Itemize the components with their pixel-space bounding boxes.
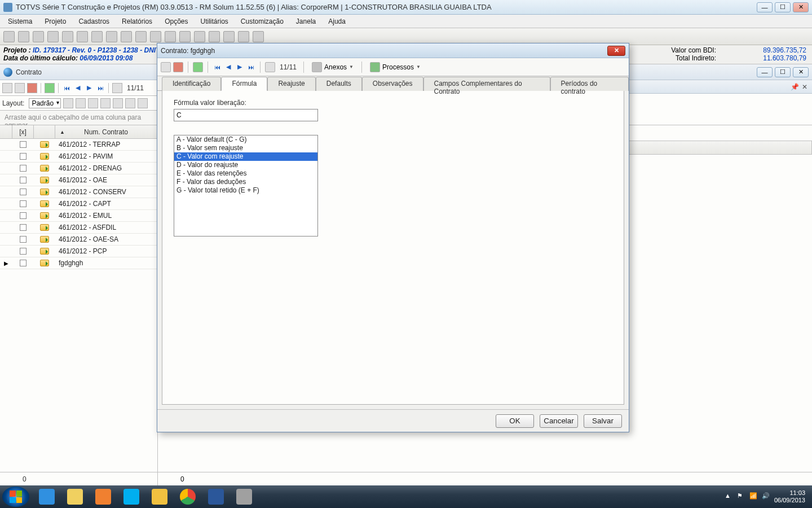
task-skype-icon[interactable] xyxy=(118,487,144,506)
tab-periodos[interactable]: Períodos do contrato xyxy=(550,77,629,91)
toolbar-icon[interactable] xyxy=(238,31,249,42)
task-explorer-icon[interactable] xyxy=(62,487,88,506)
row-checkbox[interactable] xyxy=(20,248,27,255)
row-checkbox[interactable] xyxy=(20,177,27,183)
tray-up-icon[interactable]: ▲ xyxy=(725,492,734,501)
table-row[interactable]: 461/2012 - DRENAG xyxy=(0,163,157,174)
formula-listbox[interactable]: A - Valor default (C - G)B - Valor sem r… xyxy=(174,135,318,237)
ok-button[interactable]: OK xyxy=(496,414,534,428)
row-checkbox[interactable] xyxy=(20,189,27,195)
dlg-nav-first-icon[interactable]: ⏮ xyxy=(213,63,222,72)
layout-icon[interactable] xyxy=(76,98,86,108)
start-button[interactable] xyxy=(2,487,29,507)
nav-next-icon[interactable]: ▶ xyxy=(85,84,94,93)
toolbar-icon[interactable] xyxy=(47,31,59,42)
toolbar-icon[interactable] xyxy=(150,31,161,42)
toolbar-icon[interactable] xyxy=(165,31,176,42)
task-word-icon[interactable] xyxy=(203,487,229,506)
toolbar-icon[interactable] xyxy=(121,31,132,42)
row-checkbox[interactable] xyxy=(20,236,27,243)
toolbar-icon[interactable] xyxy=(91,31,103,42)
toolbar-icon[interactable] xyxy=(223,31,235,42)
processos-button[interactable]: Processos ▼ xyxy=(367,61,424,73)
table-row[interactable]: 461/2012 - CONSERV xyxy=(0,186,157,198)
table-row[interactable]: 461/2012 - OAE-SA xyxy=(0,234,157,246)
table-row[interactable]: 461/2012 - PCP xyxy=(0,246,157,257)
tab-identificacao[interactable]: Identificação xyxy=(162,77,221,91)
menu-sistema[interactable]: Sistema xyxy=(2,16,38,27)
row-checkbox[interactable] xyxy=(20,200,27,207)
list-item[interactable]: G - Valor total retido (E + F) xyxy=(174,186,317,195)
formula-input[interactable] xyxy=(174,109,318,121)
list-item[interactable]: F - Valor das deduções xyxy=(174,178,317,186)
dlg-nav-prev-icon[interactable]: ◀ xyxy=(224,63,233,72)
col-check[interactable]: [x] xyxy=(12,125,34,138)
dialog-close-button[interactable]: ✕ xyxy=(607,46,625,56)
panel-minimize-button[interactable]: — xyxy=(757,67,773,77)
minimize-button[interactable]: — xyxy=(757,2,773,12)
panel-maximize-button[interactable]: ☐ xyxy=(775,67,791,77)
task-outlook-icon[interactable] xyxy=(147,487,173,506)
edit-icon[interactable] xyxy=(15,83,25,93)
tab-reajuste[interactable]: Reajuste xyxy=(267,77,315,91)
tab-formula[interactable]: Fórmula xyxy=(221,77,267,91)
toolbar-icon[interactable] xyxy=(209,31,220,42)
dlg-nav-next-icon[interactable]: ▶ xyxy=(235,63,244,72)
search-icon[interactable] xyxy=(112,83,122,93)
table-row[interactable]: 461/2012 - ASFDIL xyxy=(0,222,157,234)
list-item[interactable]: B - Valor sem reajuste xyxy=(174,144,317,152)
list-item[interactable]: C - Valor com reajuste xyxy=(174,152,317,161)
dlg-new-icon[interactable] xyxy=(161,62,171,72)
table-row[interactable]: 461/2012 - OAE xyxy=(0,174,157,186)
toolbar-icon[interactable] xyxy=(135,31,147,42)
row-checkbox[interactable] xyxy=(20,141,27,148)
dlg-search-icon[interactable] xyxy=(265,62,275,72)
toolbar-icon[interactable] xyxy=(253,31,264,42)
list-item[interactable]: D - Valor do reajuste xyxy=(174,161,317,169)
tab-defaults[interactable]: Defaults xyxy=(316,77,362,91)
menu-relatorios[interactable]: Relatórios xyxy=(116,16,158,27)
dlg-nav-last-icon[interactable]: ⏭ xyxy=(246,63,255,72)
row-checkbox[interactable] xyxy=(20,165,27,172)
nav-prev-icon[interactable]: ◀ xyxy=(73,84,82,93)
tray-network-icon[interactable]: 📶 xyxy=(749,492,758,501)
tab-campos[interactable]: Campos Complementares do Contrato xyxy=(423,77,550,91)
dlg-refresh-icon[interactable] xyxy=(193,62,203,72)
row-checkbox[interactable] xyxy=(20,260,27,266)
tab-observacoes[interactable]: Observações xyxy=(362,77,423,91)
toolbar-icon[interactable] xyxy=(33,31,44,42)
pin-icon[interactable]: 📌 xyxy=(791,83,798,91)
menu-cadastros[interactable]: Cadastros xyxy=(73,16,115,27)
new-icon[interactable] xyxy=(2,83,12,93)
layout-combo[interactable]: Padrão xyxy=(29,98,61,108)
table-row[interactable]: 461/2012 - PAVIM xyxy=(0,151,157,163)
toolbar-icon[interactable] xyxy=(62,31,73,42)
close-button[interactable]: ✕ xyxy=(793,2,809,12)
dlg-delete-icon[interactable] xyxy=(173,62,183,72)
row-checkbox[interactable] xyxy=(20,153,27,160)
nav-last-icon[interactable]: ⏭ xyxy=(96,84,105,93)
anexos-button[interactable]: Anexos ▼ xyxy=(308,61,357,73)
task-media-icon[interactable] xyxy=(90,487,116,506)
delete-icon[interactable] xyxy=(27,83,37,93)
panel-close-button[interactable]: ✕ xyxy=(793,67,809,77)
task-app-icon[interactable] xyxy=(231,487,257,506)
task-ie-icon[interactable] xyxy=(34,487,60,506)
table-row[interactable]: 461/2012 - TERRAP xyxy=(0,139,157,151)
menu-projeto[interactable]: Projeto xyxy=(39,16,72,27)
tray-flag-icon[interactable]: ⚑ xyxy=(737,492,746,501)
toolbar-icon[interactable] xyxy=(194,31,205,42)
toolbar-icon[interactable] xyxy=(77,31,88,42)
maximize-button[interactable]: ☐ xyxy=(775,2,791,12)
layout-icon[interactable] xyxy=(113,98,123,108)
layout-icon[interactable] xyxy=(125,98,135,108)
refresh-icon[interactable] xyxy=(45,83,55,93)
layout-icon[interactable] xyxy=(88,98,98,108)
col-num[interactable]: ▲Num. Contrato xyxy=(55,125,157,138)
list-item[interactable]: A - Valor default (C - G) xyxy=(174,135,317,144)
menu-janela[interactable]: Janela xyxy=(290,16,321,27)
layout-icon[interactable] xyxy=(100,98,111,108)
cancelar-button[interactable]: Cancelar xyxy=(540,414,578,428)
menu-opcoes[interactable]: Opções xyxy=(159,16,193,27)
toolbar-icon[interactable] xyxy=(179,31,191,42)
